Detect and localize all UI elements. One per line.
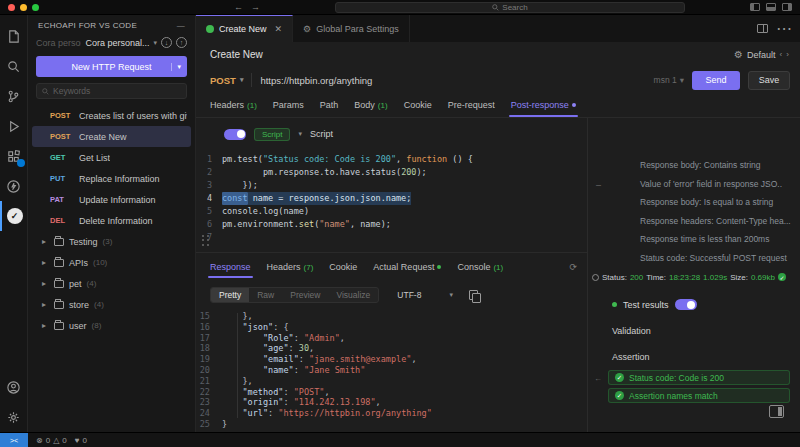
refresh-icon[interactable]: ⟳: [569, 262, 577, 272]
request-tab-headers[interactable]: Headers(1): [210, 93, 257, 117]
folder-item[interactable]: ▸user(8): [28, 315, 195, 336]
request-tab-body[interactable]: Body(1): [354, 93, 387, 117]
settings-gear-icon[interactable]: [0, 402, 28, 432]
command-center-search[interactable]: Search: [335, 2, 685, 13]
folder-item[interactable]: ▸pet(4): [28, 273, 195, 294]
snippet-item[interactable]: Response body: Is equal to a string: [588, 193, 800, 212]
toggle-sidebar-icon[interactable]: [750, 3, 760, 11]
url-input[interactable]: https://httpbin.org/anything: [260, 75, 645, 86]
request-tab-path[interactable]: Path: [320, 93, 339, 117]
tab-global-para-settings[interactable]: ⚙ Global Para Settings: [293, 15, 410, 42]
toggle-panel-layout-icon[interactable]: [769, 405, 784, 418]
response-status-bar: Status: 200 Time: 18:23:28 1.029s Size: …: [588, 267, 800, 287]
request-tab-post-response[interactable]: Post-response: [511, 93, 576, 117]
folder-item[interactable]: ▸Testing(3): [28, 231, 195, 252]
save-button[interactable]: Save: [748, 71, 790, 90]
script-type-badge[interactable]: Script: [254, 128, 290, 141]
new-http-request-button[interactable]: New HTTP Request ▾: [36, 56, 187, 77]
service-selector[interactable]: msn 1 ▾: [654, 75, 684, 85]
minimize-window-button[interactable]: [20, 4, 27, 11]
response-body-viewer[interactable]: 15 },16 "json": {17 "Role": "Admin",18 "…: [196, 309, 587, 432]
editor-more-actions-icon[interactable]: ⋯: [776, 19, 792, 38]
snippet-item[interactable]: Response headers: Content-Type hea...: [588, 212, 800, 231]
history-forward-icon[interactable]: →: [251, 2, 260, 12]
size-label: Size:: [730, 273, 748, 282]
request-item[interactable]: POSTCreates list of users with given i..…: [28, 105, 195, 126]
sidebar-more-actions[interactable]: —: [177, 21, 185, 30]
send-button[interactable]: Send: [692, 71, 740, 90]
code-line: 5console.log(name): [196, 205, 587, 218]
view-mode-raw[interactable]: Raw: [249, 288, 282, 302]
status-value: 200: [630, 273, 643, 282]
search-icon[interactable]: [0, 51, 28, 81]
script-code-editor[interactable]: 1pm.test("Status code: Code is 200", fun…: [196, 150, 587, 252]
workspace-selector[interactable]: Cora personal...: [85, 38, 149, 48]
split-editor-icon[interactable]: [757, 24, 768, 33]
history-back-icon[interactable]: ←: [234, 2, 243, 12]
toggle-panel-icon[interactable]: [766, 3, 776, 11]
tab-create-new[interactable]: Create New ✕: [196, 15, 293, 42]
response-tab-cookie[interactable]: Cookie: [329, 253, 357, 281]
sync-push-icon[interactable]: ↑: [176, 37, 187, 48]
chevron-right-icon: ▸: [42, 279, 49, 288]
folder-count: (4): [94, 300, 104, 309]
environment-switch-icons[interactable]: ‹ ›: [779, 50, 790, 59]
request-tab-params[interactable]: Params: [273, 93, 304, 117]
extensions-icon[interactable]: [0, 141, 28, 171]
notifications-indicator[interactable]: ♥ 0: [75, 436, 87, 445]
request-item[interactable]: PUTReplace Information: [28, 168, 195, 189]
check-icon: ✓: [615, 391, 624, 400]
maximize-window-button[interactable]: [32, 4, 39, 11]
response-tab-response[interactable]: Response: [210, 253, 251, 281]
sync-pull-icon[interactable]: ↓: [161, 37, 172, 48]
toggle-secondary-sidebar-icon[interactable]: [782, 3, 792, 11]
close-window-button[interactable]: [8, 4, 15, 11]
json-line: 25}: [196, 419, 587, 430]
response-tab-actual-request[interactable]: Actual Request: [373, 253, 441, 281]
folder-item[interactable]: ▸APIs(10): [28, 252, 195, 273]
explorer-icon[interactable]: [0, 21, 28, 51]
request-tab-cookie[interactable]: Cookie: [404, 93, 432, 117]
echoapi-extension-icon[interactable]: ✓: [0, 201, 28, 231]
view-mode-preview[interactable]: Preview: [282, 288, 328, 302]
encoding-select[interactable]: UTF-8 ▾: [397, 290, 453, 300]
new-request-dropdown-icon[interactable]: ▾: [171, 63, 181, 71]
snippet-item[interactable]: Response body: Contains string: [588, 156, 800, 175]
method-select[interactable]: POST ▾: [210, 75, 243, 86]
warning-icon: △: [53, 436, 59, 445]
view-mode-pretty[interactable]: Pretty: [211, 288, 249, 302]
remote-indicator[interactable]: ><: [0, 433, 28, 447]
expand-arrow-icon[interactable]: ←: [594, 374, 602, 383]
assertion-item: ✓Status code: Code is 200: [608, 370, 790, 385]
problems-indicator[interactable]: ⊗ 0 △ 0: [36, 436, 67, 445]
collapse-handle[interactable]: –: [596, 180, 601, 190]
request-item[interactable]: POSTCreate New: [32, 126, 191, 147]
environment-selector[interactable]: ⚙ Default ‹ ›: [734, 49, 790, 60]
test-results-toggle[interactable]: [675, 299, 697, 310]
request-item[interactable]: DELDelete Information: [28, 210, 195, 231]
response-tab-headers[interactable]: Headers(7): [267, 253, 314, 281]
snippet-item[interactable]: Value of 'error' field in response JSO..: [588, 175, 800, 194]
source-control-icon[interactable]: [0, 81, 28, 111]
snippet-item[interactable]: Response time is less than 200ms: [588, 230, 800, 249]
script-enabled-toggle[interactable]: [224, 129, 246, 140]
assertion-section-label: Assertion: [588, 352, 800, 362]
extension-zap-icon[interactable]: [0, 171, 28, 201]
folder-item[interactable]: ▸store(4): [28, 294, 195, 315]
window-controls[interactable]: [8, 4, 39, 11]
snippet-item[interactable]: Status code: Successful POST request: [588, 249, 800, 268]
request-item[interactable]: PATUpdate Information: [28, 189, 195, 210]
request-item[interactable]: GETGet List: [28, 147, 195, 168]
accounts-icon[interactable]: [0, 372, 28, 402]
time-value: 18:23:28: [669, 273, 700, 282]
request-tab-pre-request[interactable]: Pre-request: [448, 93, 495, 117]
sidebar-search-input[interactable]: Keywords: [36, 83, 187, 99]
resize-handle[interactable]: [202, 235, 210, 246]
close-tab-icon[interactable]: ✕: [275, 24, 283, 34]
run-debug-icon[interactable]: [0, 111, 28, 141]
chevron-right-icon: ▸: [42, 300, 49, 309]
copy-icon[interactable]: [469, 290, 479, 301]
response-tab-console[interactable]: Console(1): [457, 253, 503, 281]
folder-name: store: [69, 300, 89, 310]
view-mode-visualize[interactable]: Visualize: [328, 288, 378, 302]
